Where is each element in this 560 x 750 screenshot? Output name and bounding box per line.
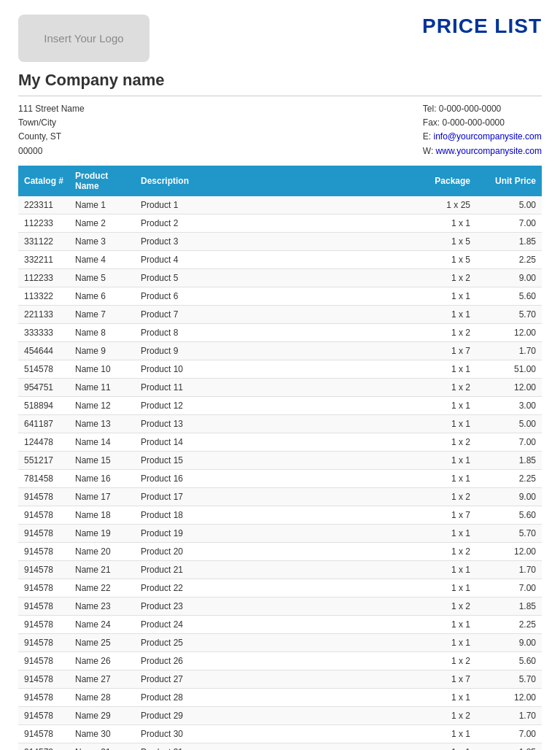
cell-catalog: 332211 xyxy=(18,250,69,268)
cell-description: Product 27 xyxy=(135,670,411,688)
cell-description: Product 16 xyxy=(135,469,411,487)
cell-package: 1 x 1 xyxy=(411,615,476,633)
cell-package: 1 x 2 xyxy=(411,433,476,451)
col-header-catalog: Catalog # xyxy=(18,166,69,196)
cell-package: 1 x 2 xyxy=(411,597,476,615)
cell-package: 1 x 1 xyxy=(411,451,476,469)
cell-description: Product 11 xyxy=(135,378,411,396)
table-row: 781458Name 16Product 161 x 12.25 xyxy=(18,469,542,487)
table-row: 954751Name 11Product 111 x 212.00 xyxy=(18,378,542,396)
col-header-description: Description xyxy=(135,166,411,196)
cell-package: 1 x 7 xyxy=(411,341,476,360)
cell-unit-price: 9.00 xyxy=(476,633,542,652)
divider xyxy=(18,96,542,96)
cell-product-name: Name 25 xyxy=(69,633,135,652)
cell-package: 1 x 1 xyxy=(411,724,476,743)
cell-description: Product 8 xyxy=(135,323,411,341)
cell-product-name: Name 19 xyxy=(69,524,135,542)
cell-catalog: 113322 xyxy=(18,287,69,305)
cell-catalog: 551217 xyxy=(18,451,69,469)
cell-description: Product 25 xyxy=(135,633,411,652)
cell-description: Product 7 xyxy=(135,305,411,323)
cell-package: 1 x 2 xyxy=(411,652,476,670)
cell-product-name: Name 31 xyxy=(69,743,135,750)
cell-catalog: 914578 xyxy=(18,652,69,670)
cell-description: Product 26 xyxy=(135,652,411,670)
cell-description: Product 4 xyxy=(135,250,411,268)
col-header-package: Package xyxy=(411,166,476,196)
cell-unit-price: 7.00 xyxy=(476,433,542,451)
tel-line: Tel: 0-000-000-0000 xyxy=(423,102,542,116)
cell-product-name: Name 12 xyxy=(69,396,135,414)
cell-package: 1 x 7 xyxy=(411,506,476,524)
table-row: 914578Name 25Product 251 x 19.00 xyxy=(18,633,542,652)
cell-catalog: 954751 xyxy=(18,378,69,396)
cell-package: 1 x 1 xyxy=(411,469,476,487)
table-row: 914578Name 30Product 301 x 17.00 xyxy=(18,724,542,743)
cell-product-name: Name 23 xyxy=(69,597,135,615)
cell-unit-price: 5.00 xyxy=(476,414,542,433)
cell-unit-price: 5.00 xyxy=(476,196,542,214)
cell-catalog: 333333 xyxy=(18,323,69,341)
fax-value: 0-000-000-0000 xyxy=(443,117,505,128)
cell-unit-price: 1.70 xyxy=(476,341,542,360)
cell-product-name: Name 6 xyxy=(69,287,135,305)
header-section: Insert Your Logo PRICE LIST xyxy=(18,15,542,62)
cell-unit-price: 1.70 xyxy=(476,706,542,724)
table-row: 551217Name 15Product 151 x 11.85 xyxy=(18,451,542,469)
cell-unit-price: 1.70 xyxy=(476,560,542,579)
email-label: E: xyxy=(423,131,431,142)
cell-package: 1 x 1 xyxy=(411,287,476,305)
email-value: info@yourcompanysite.com xyxy=(434,131,542,142)
cell-catalog: 914578 xyxy=(18,597,69,615)
cell-product-name: Name 2 xyxy=(69,214,135,232)
cell-product-name: Name 11 xyxy=(69,378,135,396)
table-row: 223311Name 1Product 11 x 255.00 xyxy=(18,196,542,214)
cell-unit-price: 5.70 xyxy=(476,524,542,542)
contact-block: Tel: 0-000-000-0000 Fax: 0-000-000-0000 … xyxy=(423,102,542,158)
cell-description: Product 17 xyxy=(135,487,411,506)
cell-description: Product 24 xyxy=(135,615,411,633)
cell-package: 1 x 1 xyxy=(411,524,476,542)
cell-unit-price: 12.00 xyxy=(476,688,542,706)
cell-catalog: 914578 xyxy=(18,633,69,652)
email-line: E: info@yourcompanysite.com xyxy=(423,130,542,144)
table-row: 914578Name 28Product 281 x 112.00 xyxy=(18,688,542,706)
cell-product-name: Name 26 xyxy=(69,652,135,670)
cell-product-name: Name 18 xyxy=(69,506,135,524)
cell-catalog: 914578 xyxy=(18,670,69,688)
cell-package: 1 x 1 xyxy=(411,414,476,433)
cell-unit-price: 7.00 xyxy=(476,214,542,232)
cell-product-name: Name 10 xyxy=(69,360,135,378)
cell-unit-price: 12.00 xyxy=(476,542,542,560)
cell-product-name: Name 8 xyxy=(69,323,135,341)
fax-label: Fax: xyxy=(423,117,440,128)
price-list-table: Catalog # Product Name Description Packa… xyxy=(18,166,542,750)
table-row: 112233Name 2Product 21 x 17.00 xyxy=(18,214,542,232)
table-row: 914578Name 31Product 311 x 11.85 xyxy=(18,743,542,750)
web-line: W: www.yourcompanysite.com xyxy=(423,144,542,158)
cell-catalog: 514578 xyxy=(18,360,69,378)
cell-description: Product 19 xyxy=(135,524,411,542)
cell-unit-price: 12.00 xyxy=(476,323,542,341)
table-row: 332211Name 4Product 41 x 52.25 xyxy=(18,250,542,268)
company-details: 111 Street Name Town/City County, ST 000… xyxy=(18,102,542,158)
cell-catalog: 112233 xyxy=(18,268,69,287)
table-header-row: Catalog # Product Name Description Packa… xyxy=(18,166,542,196)
cell-catalog: 223311 xyxy=(18,196,69,214)
cell-description: Product 22 xyxy=(135,579,411,597)
cell-unit-price: 1.85 xyxy=(476,451,542,469)
table-row: 914578Name 29Product 291 x 21.70 xyxy=(18,706,542,724)
address-line2: Town/City xyxy=(18,116,85,130)
cell-package: 1 x 1 xyxy=(411,305,476,323)
cell-description: Product 6 xyxy=(135,287,411,305)
cell-unit-price: 9.00 xyxy=(476,268,542,287)
table-row: 221133Name 7Product 71 x 15.70 xyxy=(18,305,542,323)
cell-catalog: 454644 xyxy=(18,341,69,360)
web-label: W: xyxy=(423,146,433,156)
cell-catalog: 914578 xyxy=(18,579,69,597)
cell-product-name: Name 13 xyxy=(69,414,135,433)
cell-product-name: Name 28 xyxy=(69,688,135,706)
cell-catalog: 914578 xyxy=(18,706,69,724)
cell-package: 1 x 1 xyxy=(411,396,476,414)
